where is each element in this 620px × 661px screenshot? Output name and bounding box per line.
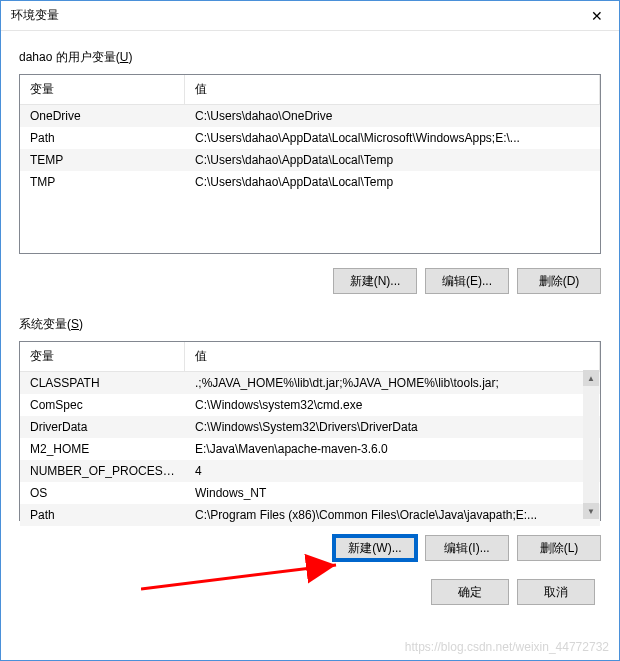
table-row[interactable]: M2_HOMEE:\Java\Maven\apache-maven-3.6.0 [20, 438, 600, 460]
table-row[interactable]: PathC:\Users\dahao\AppData\Local\Microso… [20, 127, 600, 149]
content-area: dahao 的用户变量(U) 变量 值 OneDriveC:\Users\dah… [1, 31, 619, 617]
close-button[interactable]: ✕ [574, 1, 619, 31]
window-title: 环境变量 [11, 7, 59, 24]
user-buttons-row: 新建(N)... 编辑(E)... 删除(D) [19, 268, 601, 294]
user-table-header: 变量 值 [20, 75, 600, 105]
ok-button[interactable]: 确定 [431, 579, 509, 605]
user-new-button[interactable]: 新建(N)... [333, 268, 417, 294]
section-divider [19, 294, 601, 316]
sys-scrollbar[interactable]: ▲ ▼ [583, 370, 599, 519]
sys-header-val[interactable]: 值 [185, 342, 600, 371]
table-row[interactable]: DriverDataC:\Windows\System32\Drivers\Dr… [20, 416, 600, 438]
user-vars-label: dahao 的用户变量(U) [19, 49, 601, 66]
user-vars-table[interactable]: 变量 值 OneDriveC:\Users\dahao\OneDrive Pat… [19, 74, 601, 254]
table-row[interactable]: OneDriveC:\Users\dahao\OneDrive [20, 105, 600, 127]
titlebar: 环境变量 ✕ [1, 1, 619, 31]
table-row[interactable]: CLASSPATH.;%JAVA_HOME%\lib\dt.jar;%JAVA_… [20, 372, 600, 394]
cancel-button[interactable]: 取消 [517, 579, 595, 605]
table-row[interactable]: TMPC:\Users\dahao\AppData\Local\Temp [20, 171, 600, 193]
table-row[interactable]: PathC:\Program Files (x86)\Common Files\… [20, 504, 600, 526]
env-vars-dialog: 环境变量 ✕ dahao 的用户变量(U) 变量 值 OneDriveC:\Us… [0, 0, 620, 661]
sys-delete-button[interactable]: 删除(L) [517, 535, 601, 561]
sys-buttons-row: 新建(W)... 编辑(I)... 删除(L) [19, 535, 601, 561]
table-row[interactable]: OSWindows_NT [20, 482, 600, 504]
user-table-body: OneDriveC:\Users\dahao\OneDrive PathC:\U… [20, 105, 600, 193]
sys-header-var[interactable]: 变量 [20, 342, 185, 371]
user-header-val[interactable]: 值 [185, 75, 600, 104]
scroll-down-icon[interactable]: ▼ [583, 503, 599, 519]
sys-edit-button[interactable]: 编辑(I)... [425, 535, 509, 561]
sys-vars-label: 系统变量(S) [19, 316, 601, 333]
close-icon: ✕ [591, 8, 603, 24]
scroll-up-icon[interactable]: ▲ [583, 370, 599, 386]
table-row[interactable]: TEMPC:\Users\dahao\AppData\Local\Temp [20, 149, 600, 171]
dialog-buttons-row: 确定 取消 [19, 579, 601, 605]
user-header-var[interactable]: 变量 [20, 75, 185, 104]
table-row[interactable]: NUMBER_OF_PROCESSORS4 [20, 460, 600, 482]
watermark-text: https://blog.csdn.net/weixin_44772732 [405, 640, 609, 654]
sys-table-body: CLASSPATH.;%JAVA_HOME%\lib\dt.jar;%JAVA_… [20, 372, 600, 526]
sys-table-header: 变量 值 [20, 342, 600, 372]
sys-new-button[interactable]: 新建(W)... [333, 535, 417, 561]
sys-vars-table[interactable]: 变量 值 CLASSPATH.;%JAVA_HOME%\lib\dt.jar;%… [19, 341, 601, 521]
user-edit-button[interactable]: 编辑(E)... [425, 268, 509, 294]
user-delete-button[interactable]: 删除(D) [517, 268, 601, 294]
table-row[interactable]: ComSpecC:\Windows\system32\cmd.exe [20, 394, 600, 416]
